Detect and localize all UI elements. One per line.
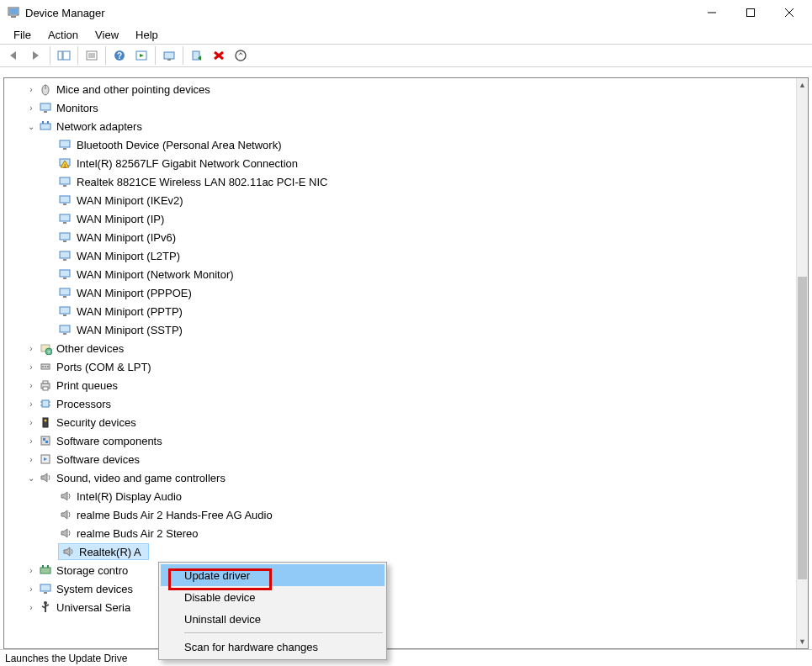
chevron-right-icon[interactable]: › <box>24 378 38 392</box>
tree-item-network-child[interactable]: !Intel(R) 82567LF Gigabit Network Connec… <box>4 154 796 172</box>
svg-marker-82 <box>61 510 67 519</box>
chevron-right-icon[interactable]: › <box>24 563 38 577</box>
context-menu-uninstall-device[interactable]: Uninstall device <box>161 608 385 630</box>
svg-marker-81 <box>61 492 67 500</box>
tree-item-label: realme Buds Air 2 Hands-Free AG Audio <box>77 509 278 521</box>
svg-rect-88 <box>40 584 50 591</box>
tree-item-software-devices[interactable]: › Software devices <box>4 450 796 468</box>
tree-item-sound-child[interactable]: realme Buds Air 2 Stereo <box>4 524 796 542</box>
tree-item-mice[interactable]: › Mice and other pointing devices <box>4 80 796 98</box>
tree-item-other-devices[interactable]: › ? Other devices <box>4 339 796 357</box>
tree-item-sound-child[interactable]: Realtek(R) A <box>4 542 796 561</box>
speaker-icon <box>58 507 73 522</box>
tree-item-software-components[interactable]: › Software components <box>4 431 796 450</box>
tree-item-network-child[interactable]: WAN Miniport (PPTP) <box>4 302 796 320</box>
tree-item-sound-controllers[interactable]: ⌄ Sound, video and game controllers <box>4 468 796 487</box>
chevron-down-icon[interactable]: ⌄ <box>24 471 38 484</box>
security-icon <box>38 415 53 430</box>
chevron-down-icon[interactable]: ⌄ <box>24 119 38 133</box>
speaker-icon <box>38 470 53 485</box>
tree-item-print-queues[interactable]: › Print queues <box>4 376 796 394</box>
uninstall-device-button[interactable] <box>209 46 229 65</box>
chevron-right-icon[interactable]: › <box>24 341 38 355</box>
tree-panel: › Mice and other pointing devices › Moni… <box>3 77 809 649</box>
minimize-button[interactable] <box>693 0 731 25</box>
tree-item-network-child[interactable]: WAN Miniport (L2TP) <box>4 246 796 265</box>
chevron-right-icon[interactable]: › <box>24 415 38 429</box>
svg-rect-19 <box>164 52 174 59</box>
svg-rect-1 <box>9 8 18 14</box>
forward-button[interactable] <box>26 46 46 65</box>
tree-item-processors[interactable]: › Processors <box>4 394 796 413</box>
chevron-right-icon[interactable]: › <box>24 360 38 373</box>
tree-item-security-devices[interactable]: › Security devices <box>4 413 796 431</box>
tree-item-network-adapters[interactable]: ⌄ Network adapters <box>4 117 796 135</box>
enable-device-button[interactable] <box>187 46 207 65</box>
context-menu-update-driver[interactable]: Update driver <box>161 564 385 586</box>
tree-item-network-child[interactable]: WAN Miniport (IPv6) <box>4 228 796 246</box>
maximize-button[interactable] <box>731 0 770 25</box>
scan-hardware-button[interactable] <box>231 46 251 65</box>
system-device-icon <box>38 581 53 596</box>
close-button[interactable] <box>770 0 809 25</box>
tree-item-sound-child[interactable]: realme Buds Air 2 Hands-Free AG Audio <box>4 505 796 524</box>
tree-item-sound-child[interactable]: Intel(R) Display Audio <box>4 487 796 505</box>
update-driver-button[interactable] <box>159 46 179 65</box>
tree-item-storage-controllers[interactable]: › Storage contro <box>4 561 796 579</box>
context-menu-disable-device[interactable]: Disable device <box>161 586 385 608</box>
tree-item-network-child[interactable]: Bluetooth Device (Personal Area Network) <box>4 135 796 154</box>
chevron-right-icon[interactable]: › <box>24 600 38 614</box>
status-bar: Launches the Update Drive <box>0 649 812 666</box>
tree-item-label: WAN Miniport (PPTP) <box>77 305 188 318</box>
tree-item-usb[interactable]: › Universal Seria <box>4 598 796 616</box>
vertical-scrollbar[interactable]: ▲ ▼ <box>796 78 808 648</box>
svg-rect-42 <box>60 196 70 203</box>
svg-rect-54 <box>60 307 70 314</box>
tree-item-network-child[interactable]: WAN Miniport (SSTP) <box>4 320 796 339</box>
properties-button[interactable] <box>82 46 102 65</box>
svg-marker-7 <box>10 51 16 60</box>
menu-view[interactable]: View <box>87 27 127 43</box>
mouse-icon <box>38 82 53 97</box>
tree-item-network-child[interactable]: WAN Miniport (IP) <box>4 209 796 228</box>
svg-point-62 <box>42 366 44 367</box>
menu-action[interactable]: Action <box>40 27 87 43</box>
show-hide-console-tree-button[interactable] <box>54 46 74 65</box>
chevron-right-icon[interactable]: › <box>24 582 38 595</box>
chevron-right-icon[interactable]: › <box>24 82 38 96</box>
tree-item-network-child[interactable]: WAN Miniport (IKEv2) <box>4 191 796 209</box>
tree-item-system-devices[interactable]: › System devices <box>4 579 796 598</box>
software-device-icon <box>38 452 53 467</box>
svg-rect-77 <box>45 441 48 443</box>
tree-item-monitors[interactable]: › Monitors <box>4 98 796 117</box>
back-button[interactable] <box>4 46 24 65</box>
scroll-track[interactable] <box>797 92 808 635</box>
scroll-down-button[interactable]: ▼ <box>797 635 808 648</box>
svg-rect-34 <box>60 140 70 147</box>
chevron-right-icon[interactable]: › <box>24 397 38 410</box>
tree-item-network-child[interactable]: WAN Miniport (Network Monitor) <box>4 265 796 283</box>
tree-item-ports[interactable]: › Ports (COM & LPT) <box>4 357 796 376</box>
toolbar: ? <box>0 44 812 67</box>
chevron-right-icon[interactable]: › <box>24 101 38 114</box>
menu-help[interactable]: Help <box>127 27 167 43</box>
svg-rect-45 <box>63 222 66 224</box>
device-tree[interactable]: › Mice and other pointing devices › Moni… <box>4 78 796 648</box>
help-button[interactable]: ? <box>109 46 130 65</box>
svg-rect-43 <box>63 204 66 205</box>
scroll-thumb[interactable] <box>798 277 807 579</box>
action-button[interactable] <box>131 46 151 65</box>
scroll-up-button[interactable]: ▲ <box>797 78 808 92</box>
svg-marker-26 <box>238 52 243 56</box>
chevron-right-icon[interactable]: › <box>24 434 38 447</box>
context-menu-scan-hardware[interactable]: Scan for hardware changes <box>161 636 385 658</box>
tree-item-network-child[interactable]: Realtek 8821CE Wireless LAN 802.11ac PCI… <box>4 172 796 191</box>
title-bar: Device Manager <box>0 0 812 25</box>
svg-text:?: ? <box>117 51 122 61</box>
tree-item-label: WAN Miniport (IP) <box>77 213 169 225</box>
svg-rect-35 <box>63 148 66 150</box>
tree-item-network-child[interactable]: WAN Miniport (PPPOE) <box>4 283 796 302</box>
chevron-right-icon[interactable]: › <box>24 452 38 466</box>
network-adapter-icon <box>58 248 73 263</box>
menu-file[interactable]: File <box>5 27 40 43</box>
